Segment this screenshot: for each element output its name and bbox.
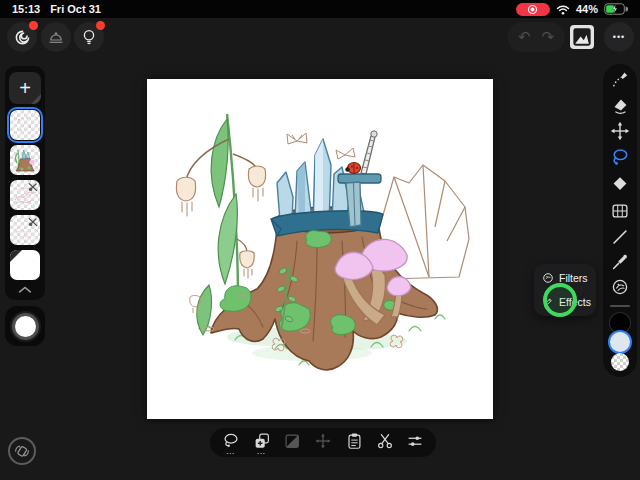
collapse-layers-chevron-icon[interactable] bbox=[17, 285, 33, 294]
tool-transform-grid[interactable] bbox=[609, 200, 631, 222]
sidebar-divider bbox=[610, 305, 630, 307]
more-button[interactable]: ••• bbox=[604, 22, 634, 52]
lasso-select-button[interactable]: … bbox=[221, 428, 241, 457]
effects-washer-icon bbox=[609, 276, 631, 298]
transparent-color-swatch[interactable] bbox=[611, 353, 629, 371]
import-image-icon bbox=[572, 27, 592, 47]
sketch-specks bbox=[10, 110, 40, 140]
canvas-artwork bbox=[147, 79, 493, 419]
line-icon bbox=[609, 226, 631, 248]
undo-button[interactable]: ↶ bbox=[518, 28, 531, 46]
layer-thumbnail-rough[interactable] bbox=[10, 215, 40, 245]
cut-scissors-icon bbox=[375, 431, 395, 451]
battery-icon bbox=[604, 3, 628, 15]
history-controls: ↶ ↷ bbox=[507, 22, 565, 52]
ideas-button[interactable] bbox=[74, 22, 104, 52]
paste-button[interactable]: . bbox=[344, 428, 364, 457]
rotation-lock-icon bbox=[13, 442, 31, 460]
filters-icon bbox=[542, 272, 554, 284]
more-options-dots: … bbox=[226, 449, 236, 454]
active-color-button[interactable] bbox=[5, 306, 45, 346]
tool-line[interactable] bbox=[609, 226, 631, 248]
tool-effects[interactable] bbox=[609, 276, 631, 298]
primary-color-swatch[interactable] bbox=[608, 330, 632, 354]
gallery-spiral-icon bbox=[13, 28, 32, 47]
fill-selection-button[interactable]: . bbox=[282, 428, 302, 457]
tool-draw[interactable] bbox=[609, 68, 631, 90]
tool-fill[interactable] bbox=[609, 173, 631, 195]
touch-indicator bbox=[543, 283, 577, 317]
rotation-lock-button[interactable] bbox=[8, 437, 36, 465]
fill-icon bbox=[609, 173, 631, 195]
status-date: Fri Oct 31 bbox=[50, 3, 101, 15]
draw-pen-icon bbox=[609, 68, 631, 90]
record-icon bbox=[527, 4, 538, 15]
status-time: 15:13 bbox=[12, 3, 40, 15]
ideas-bulb-icon bbox=[80, 28, 98, 46]
active-color-swatch bbox=[15, 316, 36, 337]
sketch-app-screen: { "status_bar": { "time": "15:13", "date… bbox=[0, 0, 640, 480]
selection-settings-icon bbox=[405, 431, 425, 451]
notification-badge bbox=[96, 21, 105, 30]
eraser-icon bbox=[609, 95, 631, 117]
tool-lasso-select[interactable] bbox=[609, 146, 631, 168]
layer-hidden-icon bbox=[28, 182, 38, 192]
status-bar: 15:13 Fri Oct 31 44% bbox=[0, 0, 640, 18]
layer-thumbnail-lineart[interactable] bbox=[10, 180, 40, 210]
screen-recording-indicator[interactable] bbox=[516, 3, 550, 16]
layer-thumbnail-sketch[interactable] bbox=[10, 110, 40, 140]
add-layer-button[interactable]: + bbox=[9, 72, 41, 104]
tool-eraser[interactable] bbox=[609, 95, 631, 117]
wifi-icon bbox=[556, 4, 570, 15]
plus-icon: + bbox=[19, 77, 31, 100]
move-icon bbox=[609, 120, 631, 142]
selection-settings-button[interactable]: . bbox=[405, 428, 425, 457]
tool-eyedropper[interactable] bbox=[609, 251, 631, 273]
fill-selection-icon bbox=[282, 431, 302, 451]
layer-hidden-icon bbox=[28, 217, 38, 227]
duplicate-button[interactable]: … bbox=[252, 428, 272, 457]
notifications-button[interactable] bbox=[41, 22, 71, 52]
artwork-mini bbox=[10, 145, 40, 175]
cut-button[interactable]: . bbox=[375, 428, 395, 457]
drawing-canvas[interactable] bbox=[147, 79, 493, 419]
more-icon: ••• bbox=[613, 32, 625, 42]
selection-toolbar: … … . . bbox=[210, 428, 436, 457]
layer-thumbnail-background[interactable] bbox=[10, 250, 40, 280]
gallery-button[interactable] bbox=[7, 22, 37, 52]
tool-move[interactable] bbox=[609, 120, 631, 142]
move-selection-icon bbox=[313, 431, 333, 451]
service-bell-icon bbox=[47, 28, 65, 46]
eyedropper-icon bbox=[609, 251, 631, 273]
import-image-button[interactable] bbox=[570, 25, 594, 49]
transform-grid-icon bbox=[609, 200, 631, 222]
paste-icon bbox=[344, 431, 364, 451]
more-options-dots: … bbox=[257, 449, 267, 454]
layer-thumbnail-artwork[interactable] bbox=[10, 145, 40, 175]
move-selection-button[interactable]: . bbox=[313, 428, 333, 457]
redo-button[interactable]: ↷ bbox=[541, 28, 554, 46]
battery-percent: 44% bbox=[576, 3, 598, 15]
lasso-icon bbox=[609, 146, 631, 168]
notification-badge bbox=[29, 21, 38, 30]
